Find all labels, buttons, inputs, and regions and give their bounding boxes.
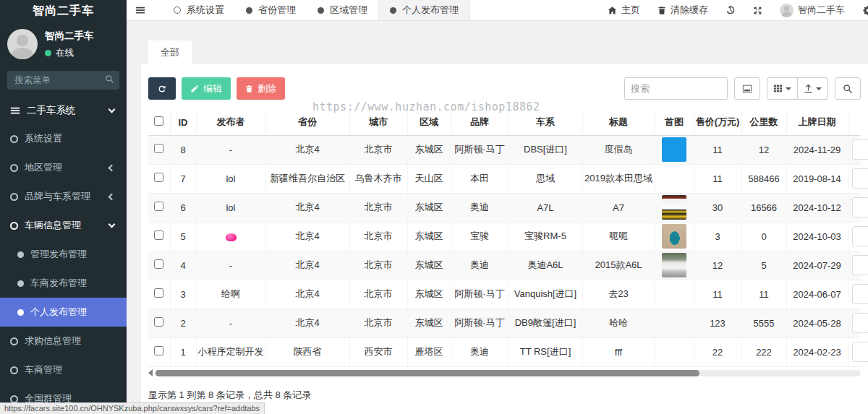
cell-actions	[848, 193, 861, 222]
cell-title: 2019款本田思域	[582, 164, 655, 193]
scrollbar-track[interactable]	[155, 370, 861, 376]
tab-all[interactable]: 全部	[148, 40, 192, 64]
app-logo[interactable]: 智尚二手车	[0, 0, 127, 21]
cell-actions	[848, 251, 861, 280]
search-submit-button[interactable]	[835, 77, 861, 100]
sidebar-item-车辆信息管理[interactable]: 车辆信息管理	[0, 211, 127, 240]
columns-button[interactable]	[767, 77, 798, 100]
cell-actions	[848, 164, 861, 193]
search-icon[interactable]	[105, 74, 114, 84]
car-thumbnail[interactable]	[662, 195, 686, 220]
car-thumbnail[interactable]	[662, 224, 686, 249]
column-header-省份[interactable]: 省份	[265, 110, 349, 135]
status-label: 在线	[56, 47, 74, 59]
row-checkbox[interactable]	[154, 173, 163, 182]
settings-gear-button[interactable]	[854, 0, 868, 20]
cell-actions	[848, 222, 861, 251]
sidebar-toggle-button[interactable]	[127, 0, 154, 20]
scrollbar-thumb[interactable]	[156, 370, 699, 376]
menu-search-input[interactable]	[7, 71, 119, 90]
cell-province: 北京4	[265, 251, 349, 280]
cell-province: 北京4	[265, 309, 349, 337]
car-thumbnail[interactable]	[662, 253, 686, 277]
sidebar-item-个人发布管理[interactable]: 个人发布管理	[0, 298, 127, 327]
topbar-tab-系统设置[interactable]: 系统设置	[163, 0, 235, 20]
column-header-公里数[interactable]: 公里数	[741, 110, 786, 135]
select-all-checkbox[interactable]	[154, 116, 163, 126]
action-button-partial[interactable]	[852, 255, 868, 275]
table-header-row: ID发布者省份城市区域品牌车系标题首图售价(万元)公里数上牌日期	[148, 110, 861, 135]
user-name: 智尚二手车	[45, 30, 94, 43]
column-header-首图[interactable]: 首图	[655, 110, 694, 135]
sidebar-item-系统设置[interactable]: 系统设置	[0, 124, 127, 153]
history-button[interactable]	[717, 0, 744, 20]
action-button-partial[interactable]	[852, 313, 868, 333]
cell-district: 东城区	[407, 280, 451, 309]
sidebar-item-label: 车商发布管理	[30, 277, 87, 290]
table-search-input[interactable]	[624, 77, 728, 100]
user-menu[interactable]: 智尚二手车	[771, 0, 854, 20]
topbar-tab-省份管理[interactable]: 省份管理	[235, 0, 307, 20]
column-header-ID[interactable]: ID	[170, 110, 196, 135]
action-button-partial[interactable]	[852, 139, 868, 160]
commonsearch-toggle-button[interactable]	[734, 77, 760, 100]
column-header-区域[interactable]: 区域	[407, 110, 451, 135]
user-status: 在线	[45, 47, 94, 59]
column-header-发布者[interactable]: 发布者	[196, 110, 265, 135]
circle-outline-icon	[10, 337, 18, 345]
chevron-left-icon	[109, 193, 116, 200]
action-button-partial[interactable]	[852, 226, 868, 246]
cell-price: 22	[694, 337, 741, 366]
action-button-partial[interactable]	[852, 342, 868, 362]
scroll-left-arrow-icon[interactable]	[148, 369, 153, 376]
sidebar-item-车商管理[interactable]: 车商管理	[0, 355, 127, 384]
export-button[interactable]	[797, 77, 828, 100]
delete-button[interactable]: 删除	[237, 77, 285, 100]
edit-button[interactable]: 编辑	[182, 77, 231, 100]
cell-date: 2024-02-23	[786, 337, 848, 366]
cell-series: DBS[进口]	[509, 135, 582, 164]
sidebar-item-车商发布管理[interactable]: 车商发布管理	[0, 269, 127, 298]
cell-id: 6	[170, 193, 196, 222]
horizontal-scrollbar[interactable]	[148, 369, 861, 377]
sidebar-item-管理发布管理[interactable]: 管理发布管理	[0, 240, 127, 269]
cell-actions	[848, 309, 861, 337]
topbar-tab-个人发布管理[interactable]: 个人发布管理	[378, 0, 470, 20]
column-header-车系[interactable]: 车系	[509, 110, 582, 135]
sidebar-item-品牌与车系管理[interactable]: 品牌与车系管理	[0, 182, 127, 211]
refresh-button[interactable]	[148, 77, 176, 100]
row-checkbox[interactable]	[154, 144, 163, 153]
column-header-上牌日期[interactable]: 上牌日期	[786, 110, 848, 135]
sidebar-section-used-car-system[interactable]: 二手车系统	[0, 97, 127, 124]
row-checkbox[interactable]	[154, 317, 163, 327]
clear-cache-link[interactable]: 清除缓存	[649, 0, 717, 20]
row-checkbox[interactable]	[154, 230, 163, 240]
cell-series: DB9敞篷[进口]	[509, 309, 582, 337]
action-button-partial[interactable]	[852, 168, 868, 189]
column-header-品牌[interactable]: 品牌	[451, 110, 509, 135]
column-header-标题[interactable]: 标题	[582, 110, 655, 135]
cell-publisher: lol	[196, 193, 265, 222]
car-thumbnail[interactable]	[662, 137, 686, 162]
table-row: 1小程序定制开发陕西省西安市雁塔区奥迪TT RS[进口]fff222222024…	[148, 337, 861, 366]
row-checkbox[interactable]	[154, 202, 163, 211]
row-checkbox[interactable]	[154, 288, 163, 298]
row-checkbox[interactable]	[154, 259, 163, 269]
toolbar: 编辑 删除	[148, 77, 861, 100]
topbar: 系统设置省份管理区域管理个人发布管理 主页 清除缓存 智尚二手车	[127, 0, 868, 21]
home-link[interactable]: 主页	[599, 0, 649, 20]
cell-date: 2019-08-14	[786, 164, 848, 193]
sidebar-item-地区管理[interactable]: 地区管理	[0, 153, 127, 182]
cell-series: 思域	[509, 164, 582, 193]
topbar-tab-区域管理[interactable]: 区域管理	[307, 0, 378, 20]
cell-checkbox	[148, 337, 170, 366]
cell-thumbnail	[655, 193, 694, 222]
fullscreen-button[interactable]	[744, 0, 771, 20]
action-button-partial[interactable]	[852, 197, 868, 217]
column-header-售价(万元)[interactable]: 售价(万元)	[694, 110, 741, 135]
column-header-城市[interactable]: 城市	[349, 110, 407, 135]
topbar-tab-label: 系统设置	[187, 4, 224, 17]
action-button-partial[interactable]	[852, 284, 868, 304]
row-checkbox[interactable]	[154, 346, 163, 355]
sidebar-item-求购信息管理[interactable]: 求购信息管理	[0, 327, 127, 355]
